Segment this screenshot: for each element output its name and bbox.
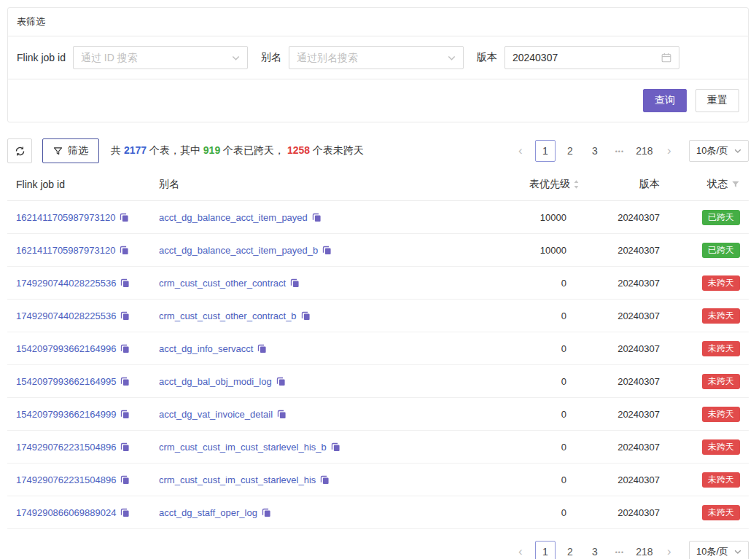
version-date-input[interactable] xyxy=(513,52,661,63)
column-header-status[interactable]: 状态 xyxy=(660,178,740,191)
alias-link[interactable]: acct_dg_balance_acct_item_payed xyxy=(159,212,308,223)
alias-link[interactable]: acct_dg_info_servacct xyxy=(159,343,253,354)
pagination-page-1[interactable]: 1 xyxy=(535,140,556,162)
alias-link[interactable]: acct_dg_bal_obj_modi_log xyxy=(159,376,272,387)
flink-job-id-link[interactable]: 1749290744028225536 xyxy=(16,278,116,289)
pagination-page-1[interactable]: 1 xyxy=(535,541,556,559)
copy-icon[interactable] xyxy=(331,442,340,452)
column-header-flink-job-id: Flink job id xyxy=(16,179,159,190)
status-cell: 未跨天 xyxy=(660,308,740,324)
column-header-priority-label: 表优先级 xyxy=(529,178,570,191)
flink-job-id-input[interactable] xyxy=(81,52,232,63)
status-cell: 已跨天 xyxy=(660,243,740,258)
copy-icon[interactable] xyxy=(257,344,267,353)
pagination-page-last[interactable]: 218 xyxy=(634,541,655,559)
flink-job-id-link[interactable]: 1749290744028225536 xyxy=(16,310,116,321)
flink-job-id-cell: 1542097993662164999 xyxy=(16,409,159,420)
status-badge: 未跨天 xyxy=(702,472,740,488)
refresh-button[interactable] xyxy=(7,138,32,163)
alias-cell: crm_cust_cust_other_contract xyxy=(159,278,470,289)
priority-cell: 0 xyxy=(470,343,580,354)
flink-job-id-link[interactable]: 1542097993662164996 xyxy=(16,343,116,354)
copy-icon[interactable] xyxy=(120,377,130,386)
priority-cell: 0 xyxy=(470,310,580,321)
copy-icon[interactable] xyxy=(320,475,330,485)
filter-card-title: 表筛选 xyxy=(8,8,748,36)
flink-job-id-link[interactable]: 1749290762231504896 xyxy=(16,474,116,485)
filter-toggle-button[interactable]: 筛选 xyxy=(42,138,99,163)
copy-icon[interactable] xyxy=(312,213,322,222)
pagination-ellipsis[interactable]: ••• xyxy=(609,140,630,162)
status-cell: 未跨天 xyxy=(660,439,740,455)
sort-icon[interactable] xyxy=(573,179,580,189)
copy-icon[interactable] xyxy=(301,311,311,321)
flink-job-id-link[interactable]: 1749290762231504896 xyxy=(16,442,116,453)
summary-seg3: 个表已跨天， xyxy=(220,144,287,156)
flink-job-id-link[interactable]: 1749290866069889024 xyxy=(16,507,116,518)
pagination-bottom: ‹ 1 2 3 ••• 218 › 10条/页 xyxy=(508,541,749,559)
alias-cell: acct_dg_vat_invoice_detail xyxy=(159,409,470,420)
pagination-page-3[interactable]: 3 xyxy=(585,541,605,559)
priority-cell: 10000 xyxy=(470,245,580,256)
alias-input[interactable] xyxy=(297,52,448,63)
pagination-next[interactable]: › xyxy=(659,541,679,559)
alias-link[interactable]: crm_cust_cust_im_cust_starlevel_his_b xyxy=(159,442,327,453)
flink-job-id-link[interactable]: 1621411705987973120 xyxy=(16,212,115,223)
pagination-prev[interactable]: ‹ xyxy=(510,140,531,162)
flink-job-id-link[interactable]: 1542097993662164995 xyxy=(16,376,116,387)
copy-icon[interactable] xyxy=(120,311,130,321)
pagination-page-2[interactable]: 2 xyxy=(560,541,580,559)
reset-button[interactable]: 重置 xyxy=(695,89,739,112)
copy-icon[interactable] xyxy=(277,410,287,419)
flink-job-id-link[interactable]: 1542097993662164999 xyxy=(16,409,116,420)
copy-icon[interactable] xyxy=(322,246,332,255)
alias-cell: acct_dg_bal_obj_modi_log xyxy=(159,376,470,387)
column-header-version: 版本 xyxy=(580,178,660,191)
copy-icon[interactable] xyxy=(120,410,130,419)
copy-icon[interactable] xyxy=(120,213,129,222)
summary-crossed-count: 919 xyxy=(203,144,220,156)
query-button[interactable]: 查询 xyxy=(643,89,687,112)
pagination-page-3[interactable]: 3 xyxy=(585,140,605,162)
column-header-priority[interactable]: 表优先级 xyxy=(470,178,580,191)
alias-cell: crm_cust_cust_im_cust_starlevel_his xyxy=(159,474,470,485)
priority-cell: 0 xyxy=(470,474,580,485)
page-size-select[interactable]: 10条/页 xyxy=(689,140,749,162)
table-row: 1749290744028225536 crm_cust_cust_other_… xyxy=(7,300,749,332)
alias-cell: acct_dg_balance_acct_item_payed xyxy=(159,212,470,223)
pagination-ellipsis[interactable]: ••• xyxy=(609,541,630,559)
status-cell: 未跨天 xyxy=(660,341,740,356)
version-cell: 20240307 xyxy=(580,474,660,485)
page-size-select[interactable]: 10条/页 xyxy=(689,541,749,559)
filter-funnel-icon[interactable] xyxy=(731,180,740,189)
version-date-picker[interactable] xyxy=(504,46,679,69)
copy-icon[interactable] xyxy=(120,344,130,353)
status-badge: 已跨天 xyxy=(702,210,740,225)
copy-icon[interactable] xyxy=(120,508,130,517)
copy-icon[interactable] xyxy=(120,442,130,452)
pagination-page-last[interactable]: 218 xyxy=(634,140,655,162)
alias-link[interactable]: crm_cust_cust_im_cust_starlevel_his xyxy=(159,474,316,485)
alias-link[interactable]: acct_dg_balance_acct_item_payed_b xyxy=(159,245,318,256)
copy-icon[interactable] xyxy=(290,278,300,288)
pagination-page-2[interactable]: 2 xyxy=(560,140,580,162)
table-body: 1621411705987973120 acct_dg_balance_acct… xyxy=(7,201,749,529)
copy-icon[interactable] xyxy=(120,278,130,288)
status-cell: 未跨天 xyxy=(660,505,740,520)
pagination-prev[interactable]: ‹ xyxy=(510,541,531,559)
page-size-value: 10条/页 xyxy=(696,144,728,157)
flink-job-id-cell: 1749290762231504896 xyxy=(16,474,159,485)
version-cell: 20240307 xyxy=(580,409,660,420)
copy-icon[interactable] xyxy=(262,508,271,517)
pagination-next[interactable]: › xyxy=(659,140,679,162)
copy-icon[interactable] xyxy=(120,246,129,255)
alias-link[interactable]: acct_dg_staff_oper_log xyxy=(159,507,257,518)
copy-icon[interactable] xyxy=(120,475,130,485)
flink-job-id-select[interactable] xyxy=(73,46,248,69)
alias-link[interactable]: crm_cust_cust_other_contract xyxy=(159,278,286,289)
alias-select[interactable] xyxy=(289,46,464,69)
flink-job-id-link[interactable]: 1621411705987973120 xyxy=(16,245,115,256)
copy-icon[interactable] xyxy=(276,377,286,386)
alias-link[interactable]: acct_dg_vat_invoice_detail xyxy=(159,409,273,420)
alias-link[interactable]: crm_cust_cust_other_contract_b xyxy=(159,310,297,321)
